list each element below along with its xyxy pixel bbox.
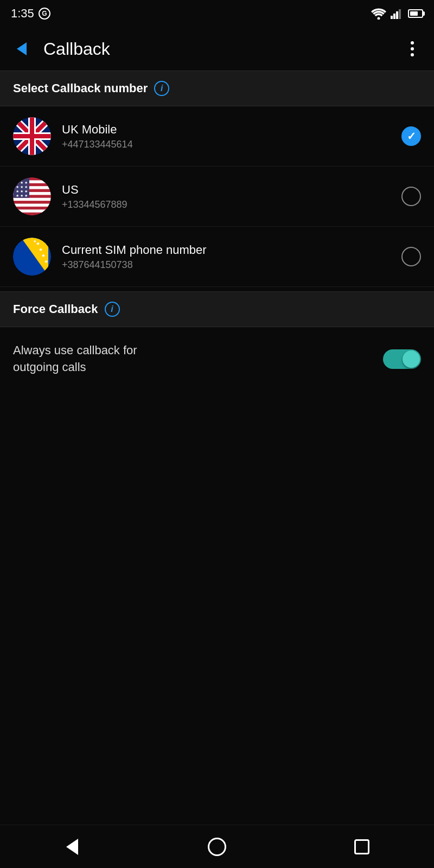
status-time: 1:35 [11,7,34,21]
us-number: +13344567889 [62,199,401,210]
status-left: 1:35 G [11,7,50,21]
dot-icon [411,47,414,50]
select-callback-section-header: Select Callback number i [0,71,434,106]
callback-options-list: UK Mobile +447133445614 ✓ [0,106,434,287]
uk-mobile-radio[interactable]: ✓ [401,126,421,146]
svg-rect-24 [13,209,51,212]
nav-home-icon [208,838,226,856]
svg-text:★: ★ [36,241,40,246]
force-callback-info-icon[interactable]: i [105,302,120,317]
uk-mobile-text: UK Mobile +447133445614 [62,123,401,150]
check-icon: ✓ [407,130,416,143]
uk-flag-circle [13,117,51,155]
ba-flag-icon: ★ ★ ★ ★ ★ ★ [13,238,51,276]
nav-recent-icon [354,839,369,854]
svg-text:★: ★ [47,266,50,270]
current-sim-radio[interactable] [401,247,421,266]
svg-rect-15 [13,134,51,138]
back-button[interactable] [9,36,35,62]
us-radio[interactable] [401,187,421,206]
svg-rect-1 [391,16,393,19]
uk-mobile-name: UK Mobile [62,123,401,137]
svg-text:★ ★ ★: ★ ★ ★ [16,189,28,193]
current-sim-number: +387644150738 [62,259,401,271]
svg-rect-23 [13,203,51,206]
status-bar: 1:35 G [0,0,434,27]
ba-flag-circle: ★ ★ ★ ★ ★ ★ [13,238,51,276]
us-flag-circle: ★ ★ ★ ★ ★ ★ ★ ★ ★ ★ ★ ★ [13,177,51,215]
svg-point-0 [378,17,380,20]
more-options-button[interactable] [399,36,425,62]
force-callback-title: Force Callback [13,302,98,316]
toggle-knob [403,350,420,368]
uk-flag-icon [13,117,51,155]
battery-fill [410,11,418,16]
svg-text:★: ★ [44,259,48,264]
page-title: Callback [43,39,399,59]
nav-recent-button[interactable] [340,825,384,869]
nav-back-icon [66,839,78,855]
signal-icon [391,8,404,19]
svg-text:★: ★ [41,253,46,258]
app-bar: Callback [0,27,434,71]
force-callback-section: Force Callback i Always use callback for… [0,291,434,391]
current-sim-name: Current SIM phone number [62,243,401,257]
status-right [371,8,423,20]
nav-back-button[interactable] [50,825,94,869]
us-text: US +13344567889 [62,183,401,210]
dot-icon [411,41,414,44]
force-callback-section-header: Force Callback i [0,291,434,327]
svg-text:★: ★ [33,239,36,243]
us-flag-icon: ★ ★ ★ ★ ★ ★ ★ ★ ★ ★ ★ ★ [13,177,51,215]
svg-rect-3 [396,11,398,19]
svg-text:★ ★ ★: ★ ★ ★ [16,185,28,189]
select-callback-info-icon[interactable]: i [154,81,169,96]
nav-bar [0,825,434,868]
force-callback-label: Always use callback foroutgoing calls [13,342,383,376]
force-callback-toggle[interactable] [383,349,421,369]
svg-text:★: ★ [39,247,43,252]
svg-rect-2 [393,14,395,19]
svg-text:★ ★ ★: ★ ★ ★ [16,181,28,184]
svg-rect-22 [13,198,51,201]
current-sim-text: Current SIM phone number +387644150738 [62,243,401,271]
option-current-sim[interactable]: ★ ★ ★ ★ ★ ★ Current SIM phone number +38… [0,227,434,287]
g-icon: G [39,8,50,20]
force-callback-toggle-row: Always use callback foroutgoing calls [0,327,434,391]
us-name: US [62,183,401,197]
dot-icon [411,53,414,56]
option-us[interactable]: ★ ★ ★ ★ ★ ★ ★ ★ ★ ★ ★ ★ US +13344567889 [0,167,434,227]
svg-rect-4 [399,9,401,19]
svg-text:★ ★ ★: ★ ★ ★ [16,194,28,197]
svg-rect-19 [13,180,51,183]
option-uk-mobile[interactable]: UK Mobile +447133445614 ✓ [0,106,434,167]
wifi-icon [371,8,386,20]
battery-icon [408,9,423,18]
select-callback-title: Select Callback number [13,81,148,95]
nav-home-button[interactable] [195,825,239,869]
back-arrow-icon [17,42,27,55]
uk-mobile-number: +447133445614 [62,139,401,150]
